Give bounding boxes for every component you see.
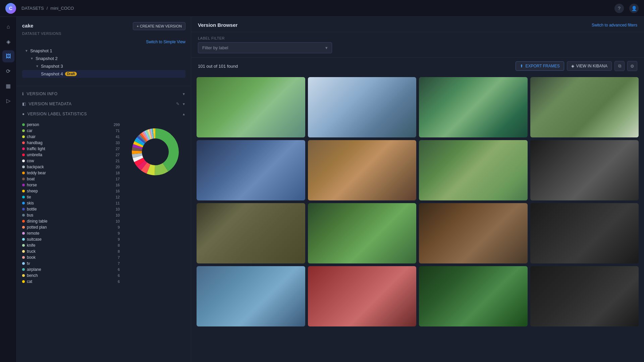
label-filter-label: LABEL FILTER: [198, 36, 637, 40]
label-filter-select[interactable]: Filter by label ▾: [198, 42, 332, 53]
image-cell[interactable]: [419, 203, 528, 263]
tree-snapshot3[interactable]: ▼ Snapshot 3: [22, 62, 185, 70]
image-cell[interactable]: [308, 77, 417, 137]
label-color-dot: [22, 238, 25, 241]
export-frames-label: EXPORT FRAMES: [525, 64, 559, 68]
label-name: potted plan: [27, 225, 110, 230]
stats-dot-icon: ●: [22, 112, 25, 116]
label-color-dot: [22, 274, 25, 277]
nav-workflow[interactable]: ⟳: [2, 65, 14, 77]
image-cell[interactable]: [308, 140, 417, 200]
label-color-dot: [22, 190, 25, 192]
image-cell[interactable]: [530, 77, 639, 137]
image-cell[interactable]: [197, 266, 305, 326]
label-name: bottle: [27, 207, 110, 212]
nav-plugin[interactable]: ▷: [2, 95, 14, 107]
label-name: car: [27, 128, 110, 133]
settings-icon-button[interactable]: ⚙: [627, 61, 637, 71]
export-frames-button[interactable]: ⬆ EXPORT FRAMES: [516, 61, 564, 71]
toolbar-actions: ⬆ EXPORT FRAMES ◈ VIEW IN KIBANA ⧉ ⚙: [516, 61, 637, 71]
advanced-filters-link[interactable]: Switch to advanced filters: [592, 23, 637, 27]
nav-home[interactable]: ⌂: [2, 21, 14, 33]
label-color-dot: [22, 250, 25, 253]
label-stats-label: ● VERSION LABEL STATISTICS: [22, 112, 87, 116]
label-stats-section-header[interactable]: ● VERSION LABEL STATISTICS ▲: [17, 109, 191, 119]
label-count: 33: [112, 141, 120, 145]
label-row: tie 12: [22, 194, 120, 200]
label-color-dot: [22, 202, 25, 204]
tree-snapshot2[interactable]: ▼ Snapshot 2: [22, 55, 185, 62]
label-color-dot: [22, 262, 25, 265]
label-row: teddy bear 18: [22, 170, 120, 176]
dataset-versions-label: DATASET VERSIONS: [22, 32, 185, 36]
nav-images[interactable]: 🖼: [2, 50, 14, 62]
image-cell[interactable]: [530, 266, 639, 326]
label-color-dot: [22, 268, 25, 271]
label-count: 16: [112, 189, 120, 193]
left-panel: cake + CREATE NEW VERSION DATASET VERSIO…: [17, 17, 191, 362]
view-kibana-button[interactable]: ◈ VIEW IN KIBANA: [567, 61, 612, 71]
metadata-edit-icon[interactable]: ✎: [176, 102, 179, 106]
label-name: bus: [27, 213, 110, 218]
image-cell[interactable]: [308, 266, 417, 326]
label-name: remote: [27, 231, 110, 236]
label-row: horse 16: [22, 182, 120, 188]
image-cell[interactable]: [197, 203, 305, 263]
image-cell[interactable]: [197, 77, 305, 137]
user-avatar[interactable]: 👤: [629, 4, 639, 13]
tree-label-4: Snapshot 4: [41, 71, 63, 76]
label-name: knife: [27, 243, 110, 248]
results-count: 101 out of 101 found: [198, 64, 238, 69]
image-cell[interactable]: [530, 203, 639, 263]
tree-snapshot1[interactable]: ▼ Snapshot 1: [22, 47, 185, 55]
label-name: handbag: [27, 140, 110, 145]
tree-label-1: Snapshot 1: [30, 48, 52, 53]
label-color-dot: [22, 172, 25, 174]
label-row: umbrella 27: [22, 152, 120, 158]
label-color-dot: [22, 166, 25, 168]
label-count: 27: [112, 147, 120, 151]
toolbar: 101 out of 101 found ⬆ EXPORT FRAMES ◈ V…: [191, 58, 644, 74]
image-cell[interactable]: [308, 203, 417, 263]
tree-snapshot4[interactable]: Snapshot 4 Draft: [22, 70, 185, 78]
tree-label-2: Snapshot 2: [36, 56, 58, 61]
version-metadata-section[interactable]: ◧ VERSION METADATA ✎ ▼: [17, 99, 191, 109]
label-color-dot: [22, 244, 25, 247]
image-grid: [191, 74, 644, 362]
version-metadata-label: ◧ VERSION METADATA: [22, 102, 72, 106]
label-row: sheep 16: [22, 188, 120, 194]
donut-chart: [125, 122, 185, 182]
label-row: truck 8: [22, 248, 120, 254]
label-stats-layout: person 299 car 71 chair 41 handbag 33 tr…: [22, 122, 185, 285]
label-count: 10: [112, 219, 120, 223]
help-icon[interactable]: ?: [614, 4, 624, 13]
breadcrumb-current: mini_COCO: [50, 6, 74, 11]
switch-simple-link[interactable]: Switch to Simple View: [146, 40, 185, 44]
image-cell[interactable]: [419, 266, 528, 326]
copy-icon-button[interactable]: ⧉: [614, 61, 625, 71]
label-name: person: [27, 122, 110, 127]
breadcrumb-datasets[interactable]: DATASETS: [21, 6, 44, 11]
image-cell[interactable]: [197, 140, 305, 200]
version-info-section[interactable]: ℹ VERSION INFO ▼: [17, 89, 191, 99]
nav-data[interactable]: ◈: [2, 36, 14, 48]
image-cell[interactable]: [530, 140, 639, 200]
label-statistics-content: person 299 car 71 chair 41 handbag 33 tr…: [17, 119, 191, 287]
label-count: 11: [112, 201, 120, 205]
tree-arrow-2: ▼: [30, 57, 34, 60]
label-count: 27: [112, 153, 120, 157]
create-version-button[interactable]: + CREATE NEW VERSION: [133, 22, 185, 30]
label-name: cow: [27, 159, 110, 163]
image-cell[interactable]: [419, 140, 528, 200]
version-metadata-chevron: ▼: [182, 102, 185, 106]
label-count: 8: [112, 249, 120, 253]
nav-table[interactable]: ▦: [2, 80, 14, 92]
label-row: remote 9: [22, 230, 120, 236]
image-cell[interactable]: [419, 77, 528, 137]
label-color-dot: [22, 220, 25, 223]
kibana-icon: ◈: [571, 64, 574, 68]
label-row: bus 10: [22, 212, 120, 218]
label-row: person 299: [22, 122, 120, 128]
label-count: 9: [112, 237, 120, 241]
version-tree: ▼ Snapshot 1 ▼ Snapshot 2 ▼ Snapshot 3 S…: [22, 44, 185, 80]
